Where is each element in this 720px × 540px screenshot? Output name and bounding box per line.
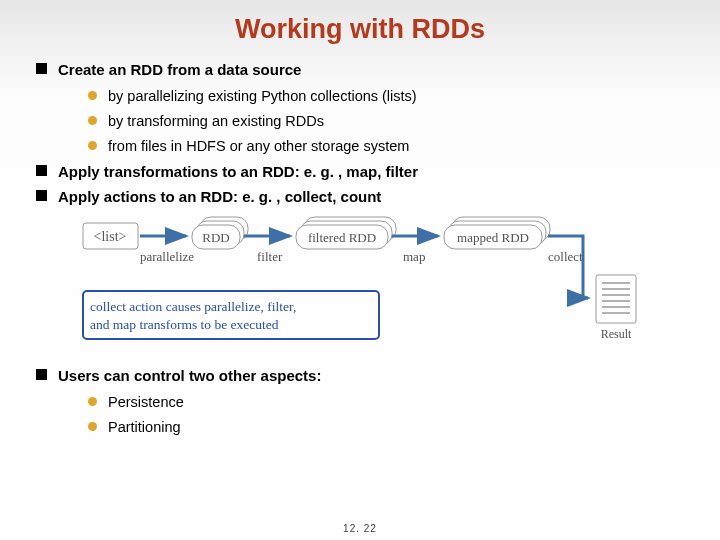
sub-bullet-list: by parallelizing existing Python collect… — [58, 86, 690, 157]
node-list-label: <list> — [94, 229, 127, 244]
sub-bullet-text: Partitioning — [108, 419, 181, 435]
bullet-text: Apply transformations to an RDD: e. g. ,… — [58, 163, 418, 180]
page-number: 12. 22 — [0, 523, 720, 534]
bullet-list: Create an RDD from a data source by para… — [30, 59, 690, 207]
diagram-svg: <list> parallelize RDD filter filtered R… — [78, 213, 648, 358]
caption-line1: collect action causes parallelize, filte… — [90, 299, 296, 314]
edge-collect-label: collect — [548, 249, 583, 264]
sub-bullet-text: Persistence — [108, 394, 184, 410]
bullet-text: Users can control two other aspects: — [58, 367, 321, 384]
node-rdd-label: RDD — [202, 230, 229, 245]
bullet-actions: Apply actions to an RDD: e. g. , collect… — [36, 186, 690, 207]
sub-bullet-text: by transforming an existing RDDs — [108, 113, 324, 129]
edge-map-label: map — [403, 249, 425, 264]
sub-bullet: by transforming an existing RDDs — [88, 111, 690, 132]
node-filtered-label: filtered RDD — [308, 230, 376, 245]
bullet-create-rdd: Create an RDD from a data source by para… — [36, 59, 690, 157]
rdd-pipeline-diagram: <list> parallelize RDD filter filtered R… — [78, 213, 690, 362]
caption-line2: and map transforms to be executed — [90, 317, 279, 332]
sub-bullet: Persistence — [88, 392, 690, 413]
bullet-text: Apply actions to an RDD: e. g. , collect… — [58, 188, 381, 205]
bullet-user-control: Users can control two other aspects: Per… — [36, 365, 690, 438]
sub-bullet-text: by parallelizing existing Python collect… — [108, 88, 417, 104]
slide-title: Working with RDDs — [30, 14, 690, 45]
svg-rect-13 — [596, 275, 636, 323]
bullet-text: Create an RDD from a data source — [58, 61, 301, 78]
sub-bullet: by parallelizing existing Python collect… — [88, 86, 690, 107]
sub-bullet: from files in HDFS or any other storage … — [88, 136, 690, 157]
node-result-label: Result — [601, 327, 632, 341]
sub-bullet: Partitioning — [88, 417, 690, 438]
slide: Working with RDDs Create an RDD from a d… — [0, 0, 720, 540]
result-icon — [596, 275, 636, 323]
sub-bullet-text: from files in HDFS or any other storage … — [108, 138, 409, 154]
bullet-list-2: Users can control two other aspects: Per… — [30, 365, 690, 438]
edge-parallelize-label: parallelize — [140, 249, 194, 264]
sub-bullet-list: Persistence Partitioning — [58, 392, 690, 438]
edge-filter-label: filter — [257, 249, 283, 264]
node-mapped-label: mapped RDD — [457, 230, 529, 245]
bullet-transformations: Apply transformations to an RDD: e. g. ,… — [36, 161, 690, 182]
